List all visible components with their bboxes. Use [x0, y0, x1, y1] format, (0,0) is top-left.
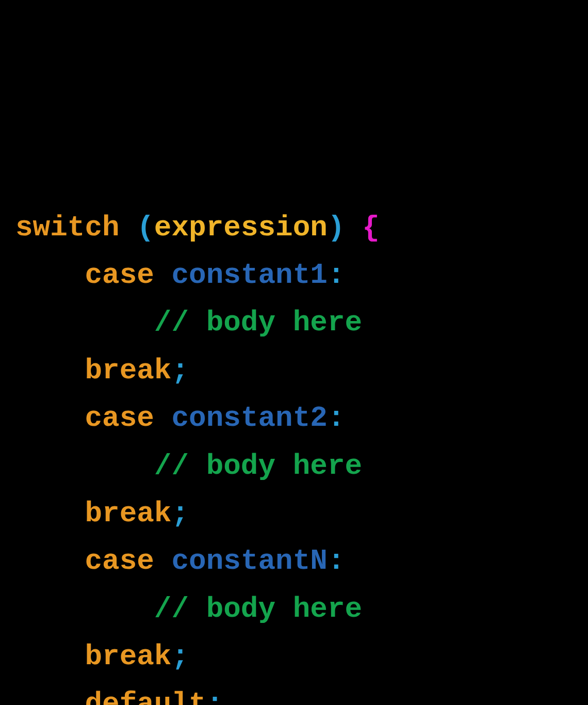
space [154, 544, 172, 578]
comment: // body here [154, 592, 362, 626]
constant-text: constant [171, 544, 310, 578]
semicolon: ; [171, 354, 189, 387]
line-4: break; [15, 354, 189, 387]
indent [15, 402, 85, 435]
keyword-default: default [85, 687, 206, 705]
space [154, 259, 172, 292]
line-8: case constantN: [15, 544, 345, 578]
lparen: ( [137, 211, 154, 244]
line-9: // body here [15, 592, 362, 626]
lbrace: { [362, 211, 380, 244]
rparen: ) [328, 211, 345, 244]
indent [15, 450, 154, 483]
line-7: break; [15, 497, 189, 530]
colon: : [328, 259, 345, 292]
expression: expression [154, 211, 328, 244]
space [345, 211, 363, 244]
keyword-break: break [85, 640, 171, 673]
keyword-switch: switch [15, 211, 120, 244]
colon: : [206, 687, 224, 705]
line-3: // body here [15, 306, 362, 339]
line-10: break; [15, 640, 189, 673]
indent [15, 354, 85, 387]
line-2: case constant1: [15, 259, 345, 292]
keyword-case: case [85, 259, 154, 292]
constant-text: constant [171, 259, 310, 292]
keyword-case: case [85, 402, 154, 435]
space [120, 211, 137, 244]
constant-text: constant [171, 402, 310, 435]
comment: // body here [154, 450, 362, 483]
code-block: switch (expression) { case constant1: //… [15, 204, 573, 705]
line-1: switch (expression) { [15, 211, 380, 244]
colon: : [328, 544, 345, 578]
colon: : [328, 402, 345, 435]
constant-num: 1 [310, 259, 328, 292]
constant-num: N [310, 544, 328, 578]
indent [15, 687, 85, 705]
indent [15, 497, 85, 530]
indent [15, 544, 85, 578]
indent [15, 640, 85, 673]
semicolon: ; [171, 640, 189, 673]
line-5: case constant2: [15, 402, 345, 435]
indent [15, 306, 154, 339]
space [154, 402, 172, 435]
keyword-break: break [85, 354, 171, 387]
keyword-break: break [85, 497, 171, 530]
indent [15, 259, 85, 292]
line-11: default: [15, 687, 223, 705]
line-6: // body here [15, 450, 362, 483]
semicolon: ; [171, 497, 189, 530]
keyword-case: case [85, 544, 154, 578]
constant-num: 2 [310, 402, 328, 435]
comment: // body here [154, 306, 362, 339]
indent [15, 592, 154, 626]
